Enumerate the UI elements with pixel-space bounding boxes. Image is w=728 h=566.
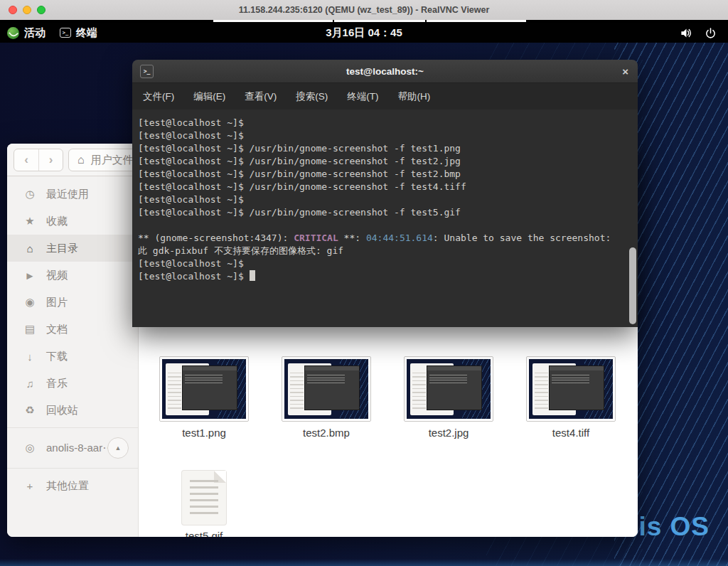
terminal-text: [test@localhost ~]$ /usr/bin/gnome-scree…	[138, 143, 461, 154]
power-icon[interactable]	[705, 27, 717, 39]
terminal-scrollbar-thumb[interactable]	[629, 247, 636, 324]
terminal-title: test@localhost:~	[346, 66, 424, 77]
terminal-text: [test@localhost ~]$ /usr/bin/gnome-scree…	[138, 207, 461, 218]
terminal-text: [test@localhost ~]$	[138, 194, 244, 205]
terminal-line: [test@localhost ~]$ /usr/bin/gnome-scree…	[138, 206, 631, 219]
home-icon: ⌂	[77, 154, 85, 166]
sidebar-item-star[interactable]: ★收藏	[7, 208, 138, 235]
screenshot-thumbnail	[162, 359, 246, 419]
vnc-window-title: 11.158.244.235:6120 (QEMU (wz_test_89)) …	[239, 5, 490, 15]
terminal-menu-item[interactable]: 文件(F)	[143, 90, 174, 103]
terminal-line: [test@localhost ~]$	[138, 129, 631, 142]
volume-icon[interactable]	[680, 26, 693, 40]
nav-buttons: ‹ ›	[14, 149, 63, 171]
file-thumbnail	[526, 356, 616, 422]
file-item[interactable]: test5.gif	[150, 464, 258, 537]
terminal-menu-item[interactable]: 搜索(S)	[296, 90, 328, 103]
screenshot-thumbnail	[529, 359, 613, 419]
sidebar-item-label: anolis-8-aar⋯	[46, 442, 113, 454]
clock-button[interactable]: 3月16日 04：45	[317, 23, 411, 43]
terminal-text: [test@localhost ~]$	[138, 271, 250, 282]
terminal-text: 此 gdk-pixbuf 不支持要保存的图像格式: gif	[138, 245, 343, 256]
close-window-button[interactable]	[9, 6, 17, 14]
terminal-line: [test@localhost ~]$ /usr/bin/gnome-scree…	[138, 168, 631, 181]
file-grid: test1.pngtest2.bmptest2.jpgtest4.tifftes…	[139, 356, 638, 537]
terminal-line: [test@localhost ~]$ /usr/bin/gnome-scree…	[138, 155, 631, 168]
sidebar-item-label: 文档	[46, 323, 68, 336]
file-item[interactable]: test4.tiff	[517, 356, 625, 439]
sidebar-item-music[interactable]: ♫音乐	[7, 370, 138, 397]
sidebar-item-label: 下载	[46, 350, 68, 363]
sidebar-item-clock[interactable]: ◷最近使用	[7, 181, 138, 208]
sidebar-item-label: 回收站	[46, 404, 78, 417]
sidebar-item-camera[interactable]: ◉图片	[7, 289, 138, 316]
terminal-output[interactable]: [test@localhost ~]$[test@localhost ~]$[t…	[132, 110, 638, 327]
terminal-menu-item[interactable]: 查看(V)	[245, 90, 277, 103]
sidebar-separator	[7, 468, 138, 469]
sidebar-item-video[interactable]: ►视频	[7, 262, 138, 289]
screenshot-thumbnail	[407, 359, 491, 419]
terminal-line: [test@localhost ~]$ /usr/bin/gnome-scree…	[138, 181, 631, 193]
eject-button[interactable]: ▲	[107, 437, 129, 459]
doc-icon: ▤	[23, 323, 36, 336]
terminal-window-icon: >_	[140, 65, 154, 78]
home-icon: ⌂	[23, 242, 36, 255]
traffic-lights	[9, 6, 46, 14]
clock-icon: ◷	[23, 188, 36, 201]
screenshot-thumbnail	[284, 359, 368, 419]
file-item[interactable]: test1.png	[150, 356, 258, 439]
thumb-terminal	[182, 365, 237, 410]
activities-button[interactable]: 活动	[0, 23, 53, 43]
file-name: test2.jpg	[429, 427, 469, 439]
terminal-window: >_ test@localhost:~ × 文件(F)编辑(E)查看(V)搜索(…	[132, 60, 638, 327]
terminal-text: : Unable to save the screenshot:	[433, 233, 611, 243]
sidebar-item-doc[interactable]: ▤文档	[7, 316, 138, 343]
terminal-line: [test@localhost ~]$ /usr/bin/gnome-scree…	[138, 142, 631, 155]
thumb-terminal	[304, 365, 360, 410]
terminal-text: [test@localhost ~]$	[138, 258, 244, 269]
focused-app-menu[interactable]: >_ 终端	[53, 23, 105, 43]
sidebar-item-label: 收藏	[46, 215, 68, 228]
terminal-menu-item[interactable]: 终端(T)	[347, 90, 378, 103]
terminal-titlebar[interactable]: >_ test@localhost:~ ×	[132, 60, 638, 83]
sidebar-item-trash[interactable]: ♻回收站	[7, 397, 138, 424]
terminal-text: CRITICAL	[294, 233, 338, 243]
vnc-tab-segment	[427, 20, 526, 22]
file-item[interactable]: test2.jpg	[395, 356, 503, 439]
star-icon: ★	[23, 215, 36, 228]
terminal-menubar: 文件(F)编辑(E)查看(V)搜索(S)终端(T)帮助(H)	[132, 83, 638, 110]
terminal-text: 04:44:51.614	[366, 233, 433, 243]
file-name: test5.gif	[186, 530, 223, 537]
sidebar-item-download[interactable]: ↓下载	[7, 343, 138, 370]
file-thumbnail	[159, 356, 249, 422]
zoom-window-button[interactable]	[37, 6, 46, 14]
sidebar-item-other-locations[interactable]: +其他位置	[7, 472, 138, 499]
terminal-text: **:	[338, 233, 366, 243]
terminal-text: [test@localhost ~]$	[138, 117, 244, 128]
file-item[interactable]: test2.bmp	[272, 356, 380, 439]
back-button[interactable]: ‹	[14, 149, 38, 171]
terminal-line	[138, 219, 631, 232]
thumb-terminal	[427, 365, 482, 410]
disc-icon: ◎	[23, 442, 36, 454]
minimize-window-button[interactable]	[23, 6, 31, 14]
sidebar-item-label: 图片	[46, 296, 68, 309]
forward-button[interactable]: ›	[38, 149, 63, 171]
thumb-terminal	[549, 365, 604, 410]
terminal-menu-item[interactable]: 编辑(E)	[193, 90, 225, 103]
vnc-tab-segment	[334, 20, 425, 22]
file-name: test2.bmp	[303, 427, 350, 439]
remote-desktop: Anolis OS 活动 >_ 终端 3月16日 04：45	[0, 23, 728, 566]
terminal-close-button[interactable]: ×	[622, 60, 628, 83]
sidebar-item-device[interactable]: ◎anolis-8-aar⋯▲	[7, 432, 138, 464]
sidebar-item-label: 最近使用	[46, 188, 89, 201]
sidebar-item-label: 视频	[46, 269, 68, 282]
plus-icon: +	[23, 480, 36, 492]
terminal-menu-item[interactable]: 帮助(H)	[398, 90, 431, 103]
vnc-tab-segment	[213, 20, 333, 22]
sidebar-item-home[interactable]: ⌂主目录	[7, 235, 138, 262]
terminal-text: [test@localhost ~]$ /usr/bin/gnome-scree…	[138, 181, 466, 192]
download-icon: ↓	[23, 351, 36, 363]
terminal-line: [test@localhost ~]$	[138, 270, 631, 283]
music-icon: ♫	[23, 378, 36, 390]
